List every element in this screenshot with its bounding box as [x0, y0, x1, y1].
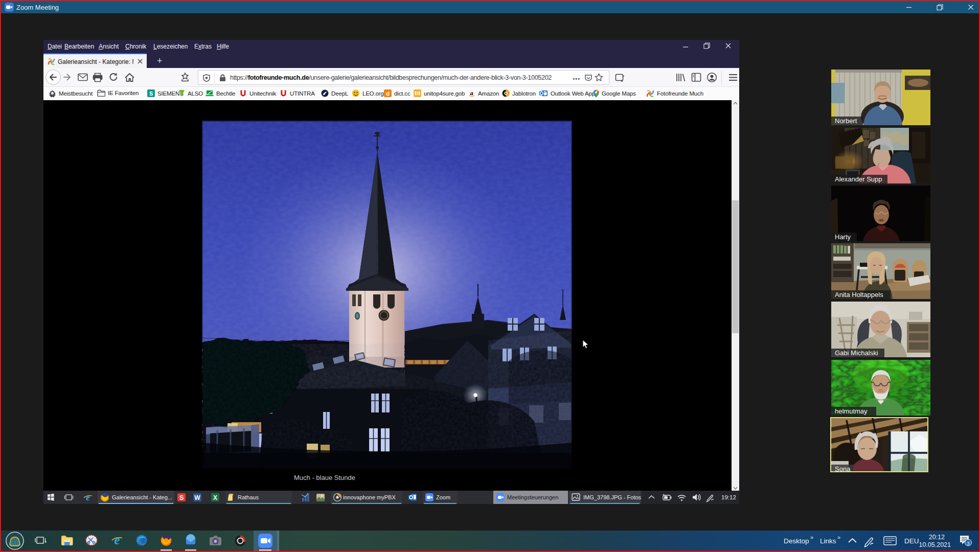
svg-text:»: »: [810, 534, 813, 540]
svg-text:a: a: [470, 89, 473, 97]
svg-text:Harty: Harty: [835, 233, 851, 241]
svg-text:e: e: [86, 493, 90, 502]
svg-text:X: X: [213, 494, 217, 501]
svg-text:Galerieansicht - Kateg...: Galerieansicht - Kateg...: [112, 494, 172, 500]
svg-text:Links: Links: [820, 537, 836, 545]
svg-text:Meetingsteuerungen: Meetingsteuerungen: [507, 494, 558, 500]
svg-text:3: 3: [967, 540, 969, 546]
svg-text:e: e: [114, 533, 120, 547]
svg-text:helmutmay: helmutmay: [835, 407, 868, 415]
svg-text:Alexander Supp: Alexander Supp: [835, 175, 882, 183]
svg-text:20:12: 20:12: [929, 534, 945, 541]
svg-text:Norbert: Norbert: [835, 117, 857, 125]
svg-text:Zoom: Zoom: [436, 494, 450, 500]
svg-text:Gabi Michalski: Gabi Michalski: [835, 349, 878, 357]
svg-text:19:12: 19:12: [721, 494, 736, 500]
svg-text:Sona: Sona: [835, 465, 851, 472]
svg-text:»: »: [837, 534, 840, 540]
svg-text:Desktop: Desktop: [784, 537, 809, 545]
svg-text:10.05.2021: 10.05.2021: [919, 541, 951, 548]
svg-text:S: S: [179, 494, 184, 501]
svg-text:Rathaus: Rathaus: [238, 494, 259, 500]
svg-text:DEU: DEU: [904, 537, 919, 545]
svg-text:d: d: [386, 90, 390, 97]
svg-text:Anita Holtappels: Anita Holtappels: [835, 291, 883, 298]
svg-text:S: S: [149, 90, 153, 97]
svg-text:W: W: [194, 494, 200, 501]
svg-text:innovaphone myPBX: innovaphone myPBX: [343, 494, 396, 500]
svg-text:IMG_3798.JPG - Fotos: IMG_3798.JPG - Fotos: [583, 494, 642, 500]
